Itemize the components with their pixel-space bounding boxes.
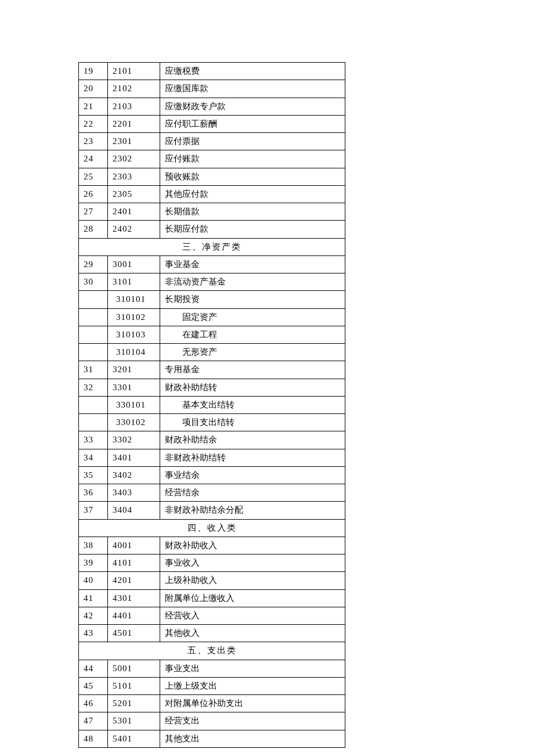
table-row: 434501其他收入 xyxy=(79,625,345,642)
name-cell: 长期应付款 xyxy=(160,221,345,238)
table-row: 445001事业支出 xyxy=(79,660,345,677)
name-cell: 事业支出 xyxy=(160,660,345,677)
seq-cell: 37 xyxy=(79,502,108,519)
accounts-table: 192101应缴税费202102应缴国库款212103应缴财政专户款222201… xyxy=(78,62,345,748)
table-row: 310101长期投资 xyxy=(79,291,345,308)
code-cell: 3403 xyxy=(107,484,160,502)
seq-cell xyxy=(79,291,108,308)
table-row: 353402事业结余 xyxy=(79,466,345,484)
table-row: 242302应付账款 xyxy=(79,150,345,168)
seq-cell xyxy=(79,308,108,326)
table-row: 330102项目支出结转 xyxy=(79,414,345,431)
seq-cell: 20 xyxy=(79,80,108,98)
code-cell: 4501 xyxy=(107,625,160,642)
table-row: 343401非财政补助结转 xyxy=(79,449,345,466)
name-cell: 非财政补助结余分配 xyxy=(160,502,345,519)
seq-cell: 29 xyxy=(79,255,108,273)
seq-cell xyxy=(79,344,108,361)
table-row: 192101应缴税费 xyxy=(79,63,345,80)
seq-cell: 48 xyxy=(79,730,108,747)
seq-cell: 27 xyxy=(79,203,108,221)
name-cell: 无形资产 xyxy=(160,344,345,361)
code-cell: 3302 xyxy=(107,431,160,449)
name-cell: 应付账款 xyxy=(160,150,345,168)
code-cell: 2305 xyxy=(107,185,160,203)
code-cell: 2401 xyxy=(107,203,160,221)
seq-cell: 32 xyxy=(79,379,108,396)
name-cell: 事业结余 xyxy=(160,466,345,484)
seq-cell xyxy=(79,326,108,343)
code-cell: 2102 xyxy=(107,80,160,98)
table-body: 192101应缴税费202102应缴国库款212103应缴财政专户款222201… xyxy=(79,63,345,748)
name-cell: 固定资产 xyxy=(160,308,345,326)
name-cell: 项目支出结转 xyxy=(160,414,345,431)
table-row: 310104无形资产 xyxy=(79,344,345,361)
table-row: 303101非流动资产基金 xyxy=(79,273,345,291)
name-cell: 在建工程 xyxy=(160,326,345,343)
seq-cell xyxy=(79,414,108,431)
name-cell: 非财政补助结转 xyxy=(160,449,345,466)
seq-cell: 38 xyxy=(79,537,108,554)
seq-cell: 45 xyxy=(79,677,108,694)
table-row: 373404非财政补助结余分配 xyxy=(79,502,345,519)
table-row: 485401其他支出 xyxy=(79,730,345,747)
name-cell: 对附属单位补助支出 xyxy=(160,695,345,712)
name-cell: 应缴税费 xyxy=(160,63,345,80)
table-row: 五、支出类 xyxy=(79,642,345,660)
table-row: 262305其他应付款 xyxy=(79,185,345,203)
seq-cell: 39 xyxy=(79,555,108,572)
name-cell: 专用基金 xyxy=(160,361,345,379)
seq-cell: 35 xyxy=(79,466,108,484)
name-cell: 其他支出 xyxy=(160,730,345,747)
code-cell: 3402 xyxy=(107,466,160,484)
code-cell: 3404 xyxy=(107,502,160,519)
table-row: 404201上级补助收入 xyxy=(79,572,345,589)
section-header: 三、净资产类 xyxy=(79,238,345,255)
code-cell: 310101 xyxy=(107,291,160,308)
section-header: 四、收入类 xyxy=(79,519,345,537)
name-cell: 经营支出 xyxy=(160,712,345,730)
code-cell: 2201 xyxy=(107,115,160,132)
name-cell: 应付票据 xyxy=(160,133,345,150)
name-cell: 非流动资产基金 xyxy=(160,273,345,291)
code-cell: 2302 xyxy=(107,150,160,168)
seq-cell: 43 xyxy=(79,625,108,642)
table-row: 四、收入类 xyxy=(79,519,345,537)
code-cell: 310102 xyxy=(107,308,160,326)
code-cell: 4201 xyxy=(107,572,160,589)
table-row: 212103应缴财政专户款 xyxy=(79,98,345,115)
code-cell: 5401 xyxy=(107,730,160,747)
code-cell: 2103 xyxy=(107,98,160,115)
name-cell: 其他应付款 xyxy=(160,185,345,203)
name-cell: 应付职工薪酬 xyxy=(160,115,345,132)
table-row: 310102固定资产 xyxy=(79,308,345,326)
name-cell: 基本支出结转 xyxy=(160,396,345,413)
name-cell: 应缴财政专户款 xyxy=(160,98,345,115)
seq-cell: 40 xyxy=(79,572,108,589)
code-cell: 3001 xyxy=(107,255,160,273)
name-cell: 应缴国库款 xyxy=(160,80,345,98)
table-row: 232301应付票据 xyxy=(79,133,345,150)
seq-cell: 21 xyxy=(79,98,108,115)
code-cell: 2402 xyxy=(107,221,160,238)
name-cell: 长期投资 xyxy=(160,291,345,308)
table-row: 465201对附属单位补助支出 xyxy=(79,695,345,712)
seq-cell: 44 xyxy=(79,660,108,677)
table-row: 313201专用基金 xyxy=(79,361,345,379)
code-cell: 4101 xyxy=(107,555,160,572)
name-cell: 事业基金 xyxy=(160,255,345,273)
code-cell: 5201 xyxy=(107,695,160,712)
seq-cell: 25 xyxy=(79,168,108,185)
table-row: 363403经营结余 xyxy=(79,484,345,502)
code-cell: 330102 xyxy=(107,414,160,431)
table-row: 330101基本支出结转 xyxy=(79,396,345,413)
seq-cell: 26 xyxy=(79,185,108,203)
table-row: 414301附属单位上缴收入 xyxy=(79,589,345,607)
name-cell: 预收账款 xyxy=(160,168,345,185)
table-row: 272401长期借款 xyxy=(79,203,345,221)
table-row: 424401经营收入 xyxy=(79,607,345,624)
name-cell: 财政补助收入 xyxy=(160,537,345,554)
code-cell: 4301 xyxy=(107,589,160,607)
name-cell: 财政补助结余 xyxy=(160,431,345,449)
seq-cell: 33 xyxy=(79,431,108,449)
